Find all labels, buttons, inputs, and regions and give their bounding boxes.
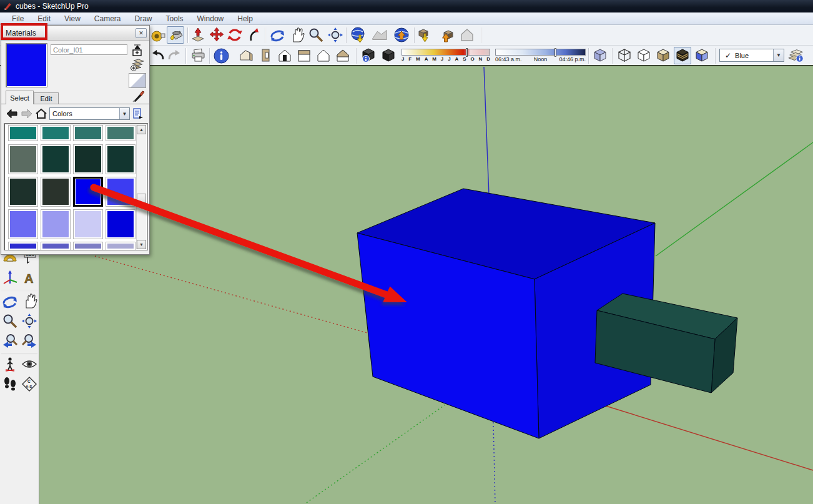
move-tool[interactable] (208, 26, 225, 44)
menu-file[interactable]: File (5, 13, 31, 24)
model-info-button[interactable] (212, 47, 230, 64)
view-right-button[interactable] (295, 47, 313, 64)
next-view-tool[interactable] (20, 332, 38, 350)
shaded-style-button[interactable] (654, 47, 672, 64)
view-top-button[interactable] (257, 47, 274, 64)
color-swatch[interactable] (73, 144, 103, 174)
color-swatch[interactable] (8, 125, 38, 141)
color-swatch[interactable] (8, 209, 38, 239)
view-iso-button[interactable] (237, 47, 255, 64)
toggle-shadows-button[interactable] (380, 47, 397, 64)
hidden-line-style-button[interactable] (635, 47, 653, 64)
create-material-button[interactable] (128, 58, 147, 72)
undo-button[interactable] (149, 47, 166, 64)
axes-tool[interactable] (1, 269, 19, 287)
color-swatch[interactable] (73, 125, 103, 141)
menu-view[interactable]: View (57, 13, 87, 24)
tab-select[interactable]: Select (6, 91, 34, 104)
tab-edit[interactable]: Edit (34, 92, 59, 104)
look-around-tool[interactable] (20, 355, 38, 373)
orbit-tool-sidebar[interactable] (1, 292, 19, 310)
rotate-tool[interactable] (226, 26, 244, 44)
scroll-down-icon[interactable]: ▼ (137, 240, 146, 249)
position-camera-tool[interactable] (1, 355, 19, 373)
menu-help[interactable]: Help (230, 13, 260, 24)
redo-button[interactable] (166, 47, 184, 64)
shaded-with-textures-style-button[interactable] (674, 47, 691, 64)
color-swatch[interactable] (41, 242, 71, 250)
get-current-view-button[interactable] (350, 26, 367, 44)
scrollbar-thumb[interactable] (137, 194, 146, 204)
monochrome-style-button[interactable] (693, 47, 711, 64)
get-models-button[interactable] (417, 26, 435, 44)
place-model-button[interactable] (393, 26, 410, 44)
zoom-extents-tool-sidebar[interactable] (20, 312, 38, 330)
color-swatch[interactable] (8, 177, 38, 207)
date-slider-handle[interactable] (466, 48, 468, 57)
scroll-up-icon[interactable]: ▲ (137, 125, 146, 134)
close-icon[interactable]: ✕ (136, 28, 147, 38)
view-back-button[interactable] (315, 47, 332, 64)
shadow-time-slider[interactable]: 06:43 a.m. Noon 04:46 p.m. (495, 49, 586, 62)
walk-tool[interactable] (1, 375, 19, 393)
share-component-button[interactable] (458, 26, 476, 44)
color-swatch[interactable] (106, 125, 136, 141)
menu-draw[interactable]: Draw (128, 13, 159, 24)
color-swatch[interactable] (41, 125, 71, 141)
orbit-tool[interactable] (269, 26, 286, 44)
color-swatch[interactable] (73, 209, 103, 239)
in-model-home-button[interactable] (34, 107, 48, 120)
time-slider-track[interactable] (495, 49, 586, 56)
zoom-extents-tool[interactable] (327, 26, 344, 44)
color-swatch[interactable] (106, 242, 136, 250)
toggle-terrain-button[interactable] (371, 26, 388, 44)
view-left-button[interactable] (334, 47, 352, 64)
color-swatch[interactable] (8, 242, 38, 250)
menu-edit[interactable]: Edit (31, 13, 57, 24)
forward-button[interactable] (20, 107, 34, 120)
3d-viewport[interactable] (39, 66, 813, 504)
sample-paint-eyedropper-button[interactable] (130, 89, 149, 102)
menu-tools[interactable]: Tools (159, 13, 190, 24)
date-slider-track[interactable] (402, 49, 490, 56)
collections-dropdown[interactable]: Colors ▼ (49, 107, 130, 120)
print-button[interactable] (189, 47, 207, 64)
menu-window[interactable]: Window (190, 13, 231, 24)
shadow-date-slider[interactable]: J F M A M J J A S O N D (402, 49, 490, 62)
secondary-pane-button[interactable] (128, 43, 147, 57)
push-pull-tool[interactable] (189, 26, 207, 44)
material-name-field[interactable] (51, 44, 127, 55)
share-models-button[interactable] (438, 26, 456, 44)
follow-me-tool[interactable] (245, 26, 262, 44)
back-button[interactable] (5, 107, 19, 120)
layers-dropdown-arrow-icon[interactable]: ▼ (773, 49, 784, 61)
paint-bucket-tool[interactable] (167, 26, 184, 44)
view-front-button[interactable] (276, 47, 293, 64)
color-swatch[interactable] (41, 209, 71, 239)
zoom-tool-sidebar[interactable] (1, 312, 19, 330)
color-swatch[interactable] (106, 177, 136, 207)
color-swatch[interactable] (106, 144, 136, 174)
selected-color-swatch-blue[interactable] (73, 177, 103, 207)
details-button[interactable] (131, 107, 145, 120)
color-swatch[interactable] (73, 242, 103, 250)
pan-tool[interactable] (288, 26, 305, 44)
swatch-scrollbar[interactable]: ▲ ▼ (136, 125, 146, 249)
3d-text-tool[interactable]: A (20, 269, 38, 287)
time-slider-handle[interactable] (554, 48, 556, 57)
wireframe-style-button[interactable] (616, 47, 633, 64)
zoom-tool[interactable] (307, 26, 325, 44)
color-swatch[interactable] (41, 177, 71, 207)
xray-style-button[interactable] (591, 47, 609, 64)
materials-panel-titlebar[interactable]: Materials ✕ (1, 26, 149, 41)
pan-tool-sidebar[interactable] (20, 292, 38, 310)
menu-camera[interactable]: Camera (87, 13, 128, 24)
previous-view-tool[interactable] (1, 332, 19, 350)
default-material-button[interactable] (129, 73, 146, 88)
layer-manager-button[interactable] (787, 47, 805, 64)
section-plane-tool[interactable]: CA-S (20, 375, 38, 393)
layers-dropdown[interactable]: ✓ Blue ▼ (719, 49, 784, 62)
tape-measure-tool[interactable] (149, 26, 166, 44)
color-swatch[interactable] (106, 209, 136, 239)
color-swatch[interactable] (8, 144, 38, 174)
